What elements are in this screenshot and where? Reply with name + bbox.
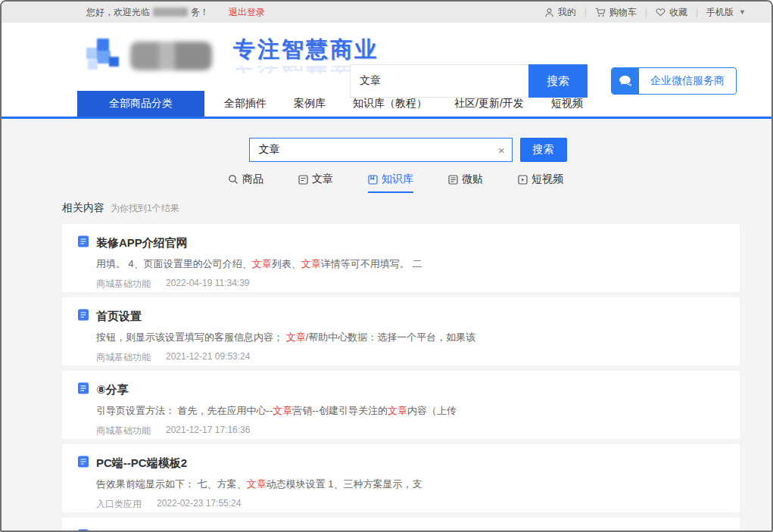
result-meta: 商城基础功能 2022-04-19 11:34:39 (96, 278, 725, 291)
mobile-version-dropdown[interactable]: 手机版 ▼ (706, 6, 746, 19)
tab-posts[interactable]: 微贴 (448, 173, 483, 193)
result-timestamp: 2021-12-21 09:53:24 (166, 351, 250, 364)
result-snippet: 引导页设置方法： 首先，先在应用中心--文章营销--创建引导关注的文章内容（上传 (96, 404, 725, 418)
result-card[interactable]: 装修APP介绍官网 用填。 4、页面设置里的公司介绍、文章列表、文章详情等可不用… (62, 224, 740, 292)
favorites-link[interactable]: 收藏 (656, 6, 687, 19)
knowledge-icon (368, 175, 378, 185)
greeting-prefix: 您好，欢迎光临 (86, 6, 150, 19)
result-meta: 入口类应用 2022-02-23 17:55:24 (96, 498, 725, 511)
my-account-label: 我的 (558, 6, 576, 19)
separator: | (645, 7, 647, 17)
cart-icon (595, 8, 606, 17)
separator: | (696, 7, 698, 17)
post-icon (448, 175, 458, 185)
result-category: 商城基础功能 (96, 278, 151, 291)
wecom-chat-icon (612, 68, 639, 94)
result-snippet: 告效果前端显示如下： 七、方案、文章动态模块设置 1、三种方案显示，支 (96, 478, 725, 491)
result-type-tabs: 商品 文章 知识库 微贴 (11, 173, 771, 193)
search-icon (228, 174, 238, 185)
user-icon (544, 8, 554, 17)
result-category: 商城基础功能 (96, 425, 151, 437)
censored-shop-name (153, 8, 188, 17)
article-icon (298, 175, 308, 185)
result-title[interactable]: PC端--前端页面 (96, 530, 176, 531)
tab-short-video[interactable]: 短视频 (518, 173, 563, 193)
result-timestamp: 2022-04-19 11:34:39 (166, 278, 250, 291)
nav-item-short-video[interactable]: 短视频 (551, 97, 583, 110)
header-search-button[interactable]: 搜索 (528, 64, 588, 98)
mobile-version-label: 手机版 (706, 6, 734, 19)
content-area: × 搜索 商品 文章 知识库 (2, 119, 771, 530)
header-search-input[interactable] (350, 64, 528, 98)
result-timestamp: 2021-12-17 17:16:36 (166, 425, 250, 437)
tab-articles[interactable]: 文章 (298, 173, 333, 193)
result-meta: 商城基础功能 2021-12-17 17:16:36 (96, 425, 725, 437)
logout-link[interactable]: 退出登录 (229, 6, 265, 19)
result-card[interactable]: ⑧分享 引导页设置方法： 首先，先在应用中心--文章营销--创建引导关注的文章内… (62, 371, 740, 439)
tab-posts-label: 微贴 (462, 173, 483, 186)
tab-goods[interactable]: 商品 (228, 173, 263, 193)
result-category: 入口类应用 (96, 498, 142, 511)
search-input-wrap: × (249, 138, 513, 162)
result-title[interactable]: PC端--PC端模板2 (96, 456, 187, 471)
nav-item-knowledge[interactable]: 知识库（教程） (353, 97, 427, 110)
nav-all-categories[interactable]: 全部商品分类 (77, 91, 204, 117)
tab-short-video-label: 短视频 (531, 173, 563, 186)
tab-knowledge-label: 知识库 (382, 173, 413, 186)
document-icon (77, 382, 89, 397)
logo-slogan: 专注智慧商业 (233, 35, 379, 65)
document-icon (77, 529, 89, 530)
search-input[interactable] (250, 138, 512, 161)
clear-icon[interactable]: × (498, 145, 505, 156)
heart-icon (656, 8, 665, 17)
logo-pixel-icon (86, 39, 121, 73)
tab-knowledge[interactable]: 知识库 (368, 173, 413, 193)
site-logo[interactable]: 专注智慧商业 专注智慧商业 (86, 35, 379, 77)
greeting-suffix: 务！ (191, 6, 209, 19)
result-meta: 商城基础功能 2021-12-21 09:53:24 (96, 351, 725, 364)
topbar-links: 我的 | 购物车 | 收藏 | 手机版 ▼ (544, 6, 746, 19)
result-card[interactable]: PC端--PC端模板2 告效果前端显示如下： 七、方案、文章动态模块设置 1、三… (62, 444, 740, 512)
results-header: 相关内容 为你找到1个结果 (62, 201, 771, 215)
cart-link[interactable]: 购物车 (595, 6, 637, 19)
result-title[interactable]: ⑧分享 (96, 383, 129, 397)
results-title: 相关内容 (62, 201, 104, 215)
document-icon (77, 309, 89, 324)
nav-item-plugins[interactable]: 全部插件 (224, 97, 266, 110)
cart-label: 购物车 (609, 6, 637, 19)
my-account-link[interactable]: 我的 (544, 6, 576, 19)
result-timestamp: 2022-02-23 17:55:24 (157, 498, 241, 511)
separator: | (584, 7, 587, 17)
result-card[interactable]: 首页设置 按钮，则显示该设置填写的客服信息内容； 文章/帮助中心数据：选择一个平… (62, 297, 740, 366)
wecom-service-label: 企业微信服务商 (639, 68, 736, 94)
results-count: 为你找到1个结果 (111, 202, 179, 215)
topbar: 您好，欢迎光临 务！ 退出登录 我的 | 购物车 | (2, 2, 771, 23)
video-icon (518, 175, 528, 185)
tab-goods-label: 商品 (242, 173, 263, 186)
favorites-label: 收藏 (669, 6, 687, 19)
nav-item-community[interactable]: 社区/更新/开发 (454, 97, 524, 110)
result-snippet: 用填。 4、页面设置里的公司介绍、文章列表、文章详情等可不用填写。 二 (96, 257, 725, 271)
tab-articles-label: 文章 (312, 173, 333, 186)
result-title[interactable]: 装修APP介绍官网 (96, 236, 188, 250)
search-button[interactable]: 搜索 (520, 138, 567, 162)
nav-item-cases[interactable]: 案例库 (294, 97, 326, 110)
header-search: 搜索 (350, 64, 588, 98)
browser-window: 您好，欢迎光临 务！ 退出登录 我的 | 购物车 | (0, 0, 773, 532)
chevron-down-icon: ▼ (739, 8, 746, 16)
wecom-service-button[interactable]: 企业微信服务商 (611, 67, 737, 95)
result-snippet: 按钮，则显示该设置填写的客服信息内容； 文章/帮助中心数据：选择一个平台，如果该 (96, 331, 725, 344)
site-header: 专注智慧商业 专注智慧商业 搜索 企业微信服务商 (2, 23, 771, 91)
document-icon (77, 235, 89, 250)
result-title[interactable]: 首页设置 (96, 310, 142, 324)
greeting: 您好，欢迎光临 务！ (86, 6, 209, 19)
result-category: 商城基础功能 (96, 351, 151, 364)
result-card[interactable]: PC端--前端页面 (62, 518, 740, 530)
results-list: 装修APP介绍官网 用填。 4、页面设置里的公司介绍、文章列表、文章详情等可不用… (62, 224, 740, 530)
document-icon (77, 456, 89, 471)
search-section: × 搜索 (23, 119, 771, 162)
censored-logo-text (130, 42, 212, 70)
